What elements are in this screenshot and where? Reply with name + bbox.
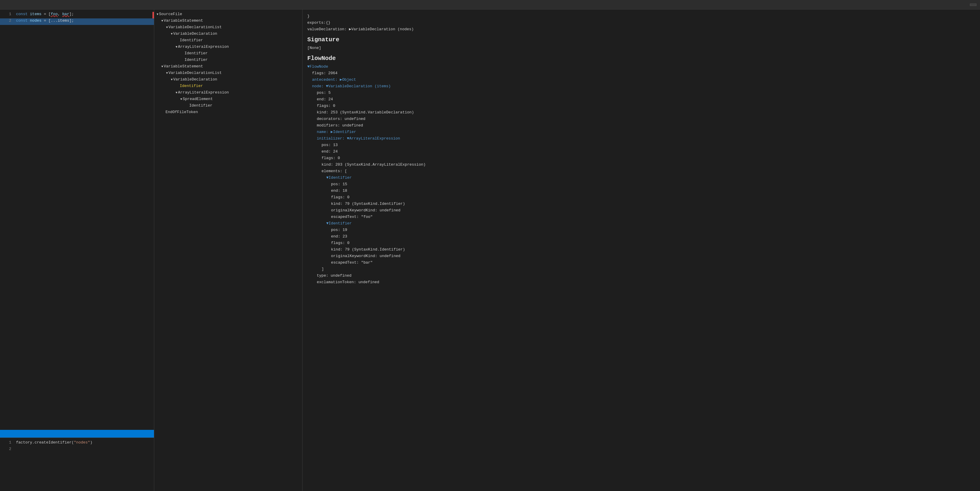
prop-line: end: 23 [307,233,975,240]
tree-arrow-icon: ▼ [166,72,168,75]
prop-link[interactable]: name: ▶Identifier [317,130,356,134]
tree-node-label: VariableStatement [164,64,203,69]
tree-node-label: Identifier [185,51,208,56]
prop-line: name: ▶Identifier [307,129,975,136]
tree-arrow-icon: ▼ [176,91,177,94]
prop-link[interactable]: initializer: ▼ArrayLiteralExpression [317,136,400,141]
tree-node-label: VariableDeclaration [173,77,217,81]
tree-node[interactable]: ▼ ArrayLiteralExpression [154,90,302,97]
line-content: const items = [foo, bar]; [16,12,74,16]
tree-node[interactable]: ▼ VariableStatement [154,64,302,71]
tree-node[interactable]: ▼ SpreadElement [154,97,302,103]
tree-arrow-icon: ▼ [180,98,182,101]
code-line-1: 1const items = [foo, bar]; [0,12,154,18]
prop-link[interactable]: ▼FlowNode [307,64,328,69]
tree-node[interactable]: Identifier [154,103,302,110]
tree-node[interactable]: ▼ SourceFile [154,12,302,18]
flownode-title: FlowNode [307,55,975,62]
tree-node-label: Identifier [180,84,203,88]
tree-node[interactable]: ▼ VariableStatement [154,18,302,25]
tree-node[interactable]: ▼ VariableDeclarationList [154,25,302,32]
tree-node-label: VariableDeclarationList [169,71,221,75]
prop-line: end: 24 [307,96,975,103]
prop-line: kind: 203 (SyntaxKind.ArrayLiteralExpres… [307,161,975,168]
tree-node[interactable]: Identifier [154,57,302,64]
code-line-2: 2const nodes = [...items]; [0,18,154,25]
tree-arrow-icon: ▼ [157,13,158,16]
tree-node[interactable]: ▼ VariableDeclaration [154,77,302,84]
prop-line: originalKeywordKind: undefined [307,207,975,214]
ast-tree-panel[interactable]: ▼ SourceFile▼ VariableStatement▼ Variabl… [154,10,302,491]
prop-line: modifiers: undefined [307,122,975,129]
error-indicator [153,12,154,18]
tree-node[interactable]: Identifier [154,84,302,90]
prop-line: ▼Identifier [307,175,975,181]
bottom-code-line: 2 [0,447,154,453]
line-content: factory.createIdentifier("nodes") [16,440,92,445]
tree-node-label: Identifier [180,38,203,43]
prop-line: elements: [ [307,168,975,175]
prop-line: end: 24 [307,148,975,155]
prop-line: flags: 0 [307,194,975,201]
tree-node-label: Identifier [185,57,208,62]
prop-line: antecedent: ▶Object [307,77,975,83]
bottom-code-line: 1factory.createIdentifier("nodes") [0,440,154,447]
tree-node[interactable]: ▼ VariableDeclarationList [154,71,302,77]
prop-line: exclamationToken: undefined [307,279,975,285]
prop-line: node: ▼VariableDeclaration (items) [307,83,975,90]
prop-line: end: 18 [307,188,975,194]
tree-node[interactable]: EndOfFileToken [154,110,302,116]
tree-node-label: VariableDeclaration [173,32,217,36]
code-editor[interactable]: 1const items = [foo, bar];2const nodes =… [0,10,154,430]
signature-value: [None] [307,45,975,51]
tree-arrow-icon: ▼ [161,19,163,22]
line-content: const nodes = [...items]; [16,18,74,23]
prop-line: flags: 2064 [307,70,975,77]
line-number: 1 [2,12,11,16]
tree-node[interactable]: ▼ ArrayLiteralExpression [154,45,302,51]
prop-line: ] [307,266,975,273]
prop-link[interactable]: antecedent: ▶Object [312,78,356,82]
prop-line: pos: 19 [307,227,975,233]
tree-node-label: VariableDeclarationList [169,25,221,29]
prop-line: pos: 13 [307,142,975,148]
tree-node[interactable]: Identifier [154,51,302,57]
prop-link[interactable]: ▼Identifier [326,221,352,226]
prop-line: kind: 79 (SyntaxKind.Identifier) [307,201,975,207]
prop-line: originalKeywordKind: undefined [307,253,975,260]
tree-node-label: Identifier [189,103,212,108]
bottom-code-area[interactable]: 1factory.createIdentifier("nodes")2 [0,438,154,491]
tree-arrow-icon: ▼ [161,65,163,68]
line-number: 1 [2,440,11,445]
tree-arrow-icon: ▼ [166,26,168,29]
prop-link[interactable]: node: ▼VariableDeclaration (items) [312,84,391,88]
prop-line: } [307,13,975,19]
prop-line: ▼Identifier [307,220,975,227]
prop-line: decorators: undefined [307,116,975,122]
signature-title: Signature [307,36,975,43]
titlebar [0,0,980,10]
prop-line: flags: 0 [307,155,975,161]
tree-node-label: SourceFile [159,12,182,16]
prop-line: type: undefined [307,273,975,279]
line-number: 2 [2,447,11,451]
tree-node[interactable]: Identifier [154,38,302,45]
prop-line: valueDeclaration: ▶VariableDeclaration (… [307,26,975,33]
prop-line: escapedText: "bar" [307,260,975,266]
tree-node-label: EndOfFileToken [165,110,198,114]
line-number: 2 [2,18,11,23]
main-content: 1const items = [foo, bar];2const nodes =… [0,10,980,491]
prop-line: pos: 5 [307,90,975,96]
tree-node-label: ArrayLiteralExpression [178,90,229,95]
prop-line: escapedText: "foo" [307,214,975,220]
options-button[interactable] [970,3,977,6]
tree-node[interactable]: ▼ VariableDeclaration [154,32,302,38]
properties-panel: } exports:{} valueDeclaration: ▶Variable… [302,10,980,491]
tree-arrow-icon: ▼ [171,32,173,36]
prop-link[interactable]: ▼Identifier [326,175,352,180]
tree-node-label: VariableStatement [164,18,203,23]
prop-line: pos: 15 [307,181,975,188]
prop-line: exports:{} [307,19,975,26]
prop-line: kind: 253 (SyntaxKind.VariableDeclaratio… [307,109,975,116]
tree-node-label: SpreadElement [183,97,213,101]
